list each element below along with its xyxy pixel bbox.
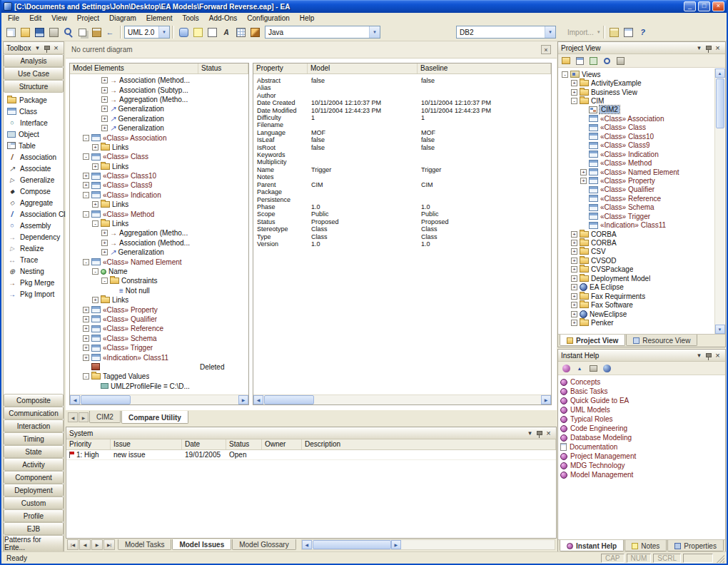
expander-icon[interactable]: +	[101, 240, 108, 246]
tree-item-cim[interactable]: -CIM	[559, 96, 714, 105]
expander-icon[interactable]: +	[571, 258, 577, 264]
property-row-persistence[interactable]: Persistence	[254, 196, 550, 203]
first-tab-button[interactable]	[67, 539, 79, 550]
help-item-uml-models[interactable]: UML Models	[560, 405, 724, 414]
expander-icon[interactable]: +	[571, 248, 577, 255]
tree-item-class-class[interactable]: «Class» Class	[559, 123, 714, 132]
new-file-icon[interactable]	[4, 25, 18, 39]
expander-icon[interactable]: +	[92, 144, 98, 151]
resize-grip-icon[interactable]	[715, 554, 724, 563]
expander-icon[interactable]: +	[571, 266, 577, 273]
expander-icon[interactable]: -	[83, 373, 89, 380]
tree-item-business-view[interactable]: +Business View	[559, 88, 714, 96]
tool-interface[interactable]: Interface	[4, 117, 64, 128]
tree-item-class-method[interactable]: «Class» Method	[559, 158, 714, 167]
tool-associate[interactable]: Associate	[4, 163, 64, 174]
property-row-keywords[interactable]: Keywords	[254, 151, 550, 158]
next-tab-button[interactable]	[91, 539, 103, 550]
property-row-difficulty[interactable]: Difficulty11	[254, 114, 550, 121]
help-item-code-engineering[interactable]: Code Engineering	[560, 424, 724, 433]
tool-pkg-import[interactable]: Pkg Import	[4, 288, 64, 300]
expander-icon[interactable]: +	[83, 182, 89, 188]
uml-version-combo[interactable]: UML 2.0	[124, 26, 170, 39]
tree-item-aggregation-metho[interactable]: +Aggregation (Metho...	[71, 95, 248, 104]
tree-item-class-trigger[interactable]: +«Class» Trigger	[71, 343, 248, 352]
menu-tools[interactable]: Tools	[177, 13, 203, 24]
tree-item-fax-requirments[interactable]: +Fax Requirments	[559, 292, 714, 300]
tree-item-fax-software[interactable]: +Fax Software	[559, 300, 714, 309]
scroll-left-icon[interactable]	[302, 540, 312, 549]
tree-item-links[interactable]: +Links	[71, 295, 248, 305]
close-icon[interactable]	[544, 429, 553, 438]
tab-model-issues[interactable]: Model Issues	[172, 539, 231, 550]
shape-icon[interactable]	[205, 25, 219, 39]
tab-instant-help[interactable]: Instant Help	[560, 540, 624, 551]
last-tab-button[interactable]	[103, 539, 115, 550]
tree-item-name[interactable]: -Name	[71, 267, 248, 276]
tree-item-class-association[interactable]: «Class» Association	[559, 114, 714, 123]
undo-icon[interactable]	[103, 25, 118, 39]
section-use-case[interactable]: Use Case	[4, 67, 64, 80]
tree-item-generalization[interactable]: +Generalization	[71, 248, 248, 257]
scroll-down-icon[interactable]	[715, 325, 725, 334]
expander-icon[interactable]: +	[580, 178, 587, 184]
chevron-down-icon[interactable]	[694, 351, 704, 360]
scrollbar-thumb[interactable]	[716, 78, 724, 128]
favorites-icon[interactable]	[560, 362, 572, 375]
expander-icon[interactable]: +	[92, 163, 98, 170]
tree-item-deleted[interactable]: Deleted	[71, 362, 248, 372]
tree-item-class-qualifier[interactable]: +«Class» Qualifier	[71, 315, 248, 324]
chevron-down-icon[interactable]	[33, 44, 42, 53]
tool-class[interactable]: Class	[4, 106, 64, 117]
tree-item-association-method[interactable]: +Association (Method...	[71, 76, 248, 85]
tree-item-class-class[interactable]: -«Class» Class	[71, 152, 248, 161]
tree-item-neweclipse[interactable]: +NewEclipse	[559, 310, 714, 318]
help-item-typical-roles[interactable]: Typical Roles	[560, 414, 724, 424]
menu-add-ons[interactable]: Add-Ons	[204, 13, 242, 24]
tree-item-links[interactable]: +Links	[71, 162, 248, 171]
expander-icon[interactable]: +	[571, 231, 577, 238]
tab-scroll-right-icon[interactable]	[79, 412, 89, 422]
tree-item-class-schema[interactable]: «Class» Schema	[559, 203, 714, 212]
tool-association-cl[interactable]: Association Cl...	[4, 208, 64, 220]
hyperlink-icon[interactable]	[176, 25, 191, 39]
tree-item-cvsod[interactable]: +CVSOD	[559, 256, 714, 265]
property-row-version[interactable]: Version1.01.0	[254, 240, 550, 248]
database-combo[interactable]: DB2	[456, 26, 556, 39]
tree-item-aggregation-metho[interactable]: +Aggregation (Metho...	[71, 228, 248, 238]
tab-properties[interactable]: Properties	[667, 540, 724, 551]
property-row-scope[interactable]: ScopePublicPublic	[254, 210, 550, 218]
diagram-list-icon[interactable]	[622, 25, 636, 39]
tool-nesting[interactable]: Nesting	[4, 265, 64, 277]
pin-icon[interactable]	[704, 44, 713, 53]
menu-view[interactable]: View	[46, 13, 72, 24]
tool-dependency[interactable]: Dependency	[4, 231, 64, 243]
tree-item-class-method[interactable]: -«Class» Method	[71, 209, 248, 218]
tree-item-class-reference[interactable]: «Class» Reference	[559, 194, 714, 203]
menu-element[interactable]: Element	[141, 13, 178, 24]
section-analysis[interactable]: Analysis	[4, 54, 64, 67]
property-row-author[interactable]: Author	[254, 92, 550, 99]
section-communication[interactable]: Communication	[4, 407, 64, 419]
pin-icon[interactable]	[535, 429, 544, 438]
expander-icon[interactable]: +	[101, 106, 108, 112]
tree-item-indication-class11[interactable]: «Indication» Class11	[559, 220, 714, 229]
tool-trace[interactable]: Trace	[4, 254, 64, 265]
section-profile[interactable]: Profile	[4, 509, 64, 522]
tree-item-class-property[interactable]: +«Class» Property	[71, 305, 248, 314]
property-row-isleaf[interactable]: IsLeaffalsefalse	[254, 136, 550, 143]
property-row-package[interactable]: Package	[254, 188, 550, 195]
pin-icon[interactable]	[704, 351, 713, 360]
scroll-left-icon[interactable]	[70, 395, 80, 404]
expander-icon[interactable]: -	[83, 192, 89, 198]
expander-icon[interactable]: +	[571, 240, 577, 246]
tree-item-views[interactable]: -Views	[559, 70, 714, 78]
tree-item-corba[interactable]: +CORBA	[559, 230, 714, 238]
property-row-notes[interactable]: Notes	[254, 173, 550, 180]
property-row-multiplicity[interactable]: Multiplicity	[254, 158, 550, 166]
expander-icon[interactable]: -	[83, 135, 89, 141]
expander-icon[interactable]: +	[571, 89, 577, 96]
find-icon[interactable]	[600, 55, 613, 67]
tool-assembly[interactable]: Assembly	[4, 220, 64, 231]
section-component[interactable]: Component	[4, 471, 64, 484]
